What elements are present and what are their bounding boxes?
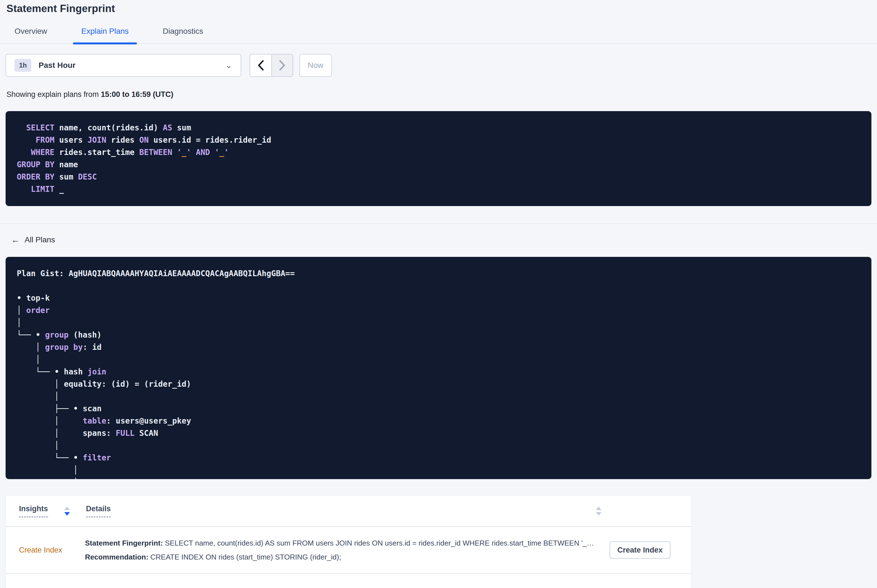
plan-gist-box: Plan Gist: AgHUAQIABQAAAAHYAQIAiAEAAAADC… — [6, 257, 871, 479]
time-controls: 1h Past Hour ⌄ Now — [6, 54, 877, 77]
time-range-badge: 1h — [15, 59, 31, 72]
now-button[interactable]: Now — [299, 54, 332, 77]
showing-range-bold: 15:00 to 16:59 (UTC) — [101, 90, 173, 99]
time-nav-group — [250, 54, 293, 77]
insight-row: Create Index Statement Fingerprint: SELE… — [6, 527, 691, 574]
time-range-select[interactable]: 1h Past Hour ⌄ — [6, 54, 241, 77]
tab-diagnostics[interactable]: Diagnostics — [154, 27, 212, 43]
create-index-button[interactable]: Create Index — [609, 542, 671, 559]
sort-asc-icon — [596, 507, 602, 510]
time-range-label: Past Hour — [39, 61, 75, 70]
all-plans-link[interactable]: ← All Plans — [11, 235, 55, 244]
recommendation-text: CREATE INDEX ON rides (start_time) STORI… — [148, 553, 341, 561]
sort-desc-icon — [64, 512, 70, 516]
insight-details-cell: Statement Fingerprint: SELECT name, coun… — [85, 536, 598, 564]
showing-range-text: Showing explain plans from 15:00 to 16:5… — [6, 90, 877, 99]
recommendation-line: Recommendation: CREATE INDEX ON rides (s… — [85, 550, 598, 564]
sort-icon-insights[interactable] — [64, 507, 70, 516]
all-plans-label: All Plans — [25, 236, 55, 244]
showing-prefix: Showing explain plans from — [6, 90, 101, 99]
statement-fingerprint-label: Statement Fingerprint: — [85, 539, 163, 547]
next-interval-button[interactable] — [271, 54, 293, 76]
tab-overview[interactable]: Overview — [6, 27, 56, 43]
insight-type-link[interactable]: Create Index — [19, 546, 85, 555]
chevron-left-icon — [257, 60, 265, 71]
statement-fingerprint-text: SELECT name, count(rides.id) AS sum FROM… — [163, 539, 594, 547]
statement-fingerprint-line: Statement Fingerprint: SELECT name, coun… — [85, 536, 598, 550]
column-header-details[interactable]: Details — [86, 504, 111, 518]
sort-asc-icon — [64, 507, 70, 510]
previous-interval-button[interactable] — [250, 54, 271, 76]
page-title: Statement Fingerprint — [6, 3, 877, 15]
sort-desc-icon — [596, 512, 602, 516]
sort-icon-details[interactable] — [596, 507, 602, 516]
recommendation-label: Recommendation: — [85, 553, 148, 561]
column-header-insights[interactable]: Insights — [19, 504, 48, 518]
insights-table-header: Insights Details — [6, 496, 691, 527]
arrow-left-icon: ← — [11, 235, 20, 244]
chevron-down-icon: ⌄ — [225, 62, 232, 69]
tab-bar: Overview Explain Plans Diagnostics — [0, 27, 877, 44]
tab-explain-plans[interactable]: Explain Plans — [73, 27, 137, 43]
chevron-right-icon — [279, 60, 286, 71]
insights-table-card: Insights Details Create Index Statement … — [6, 495, 691, 588]
sql-statement-box: SELECT name, count(rides.id) AS sum FROM… — [6, 111, 871, 206]
